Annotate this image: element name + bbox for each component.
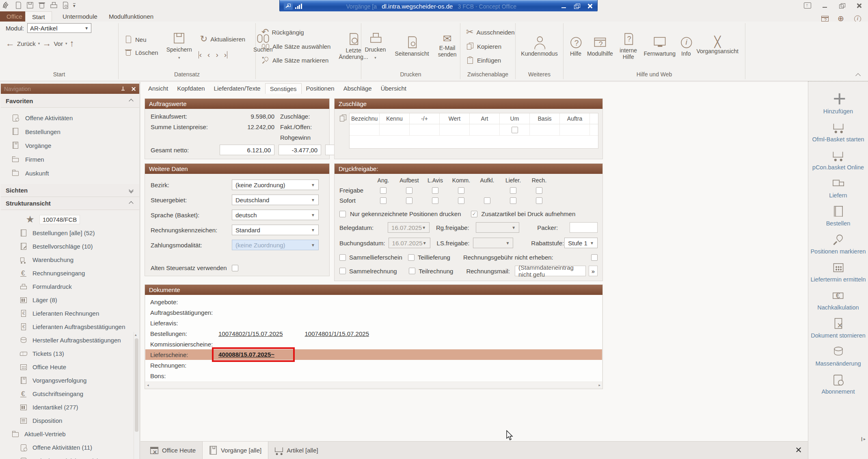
scroll-left-icon[interactable]: ◂ — [147, 383, 149, 387]
neu-button[interactable]: Neu — [123, 34, 160, 45]
rechnungskennzeichen-select[interactable]: Standard▼ — [232, 225, 319, 235]
drucken-button[interactable]: Drucken▾ — [362, 29, 388, 63]
freigabe-komm-checkbox[interactable] — [458, 187, 464, 194]
rueckgaengig-button[interactable]: ↶Rückgängig — [260, 26, 332, 38]
einfuegen-button[interactable]: Einfügen — [464, 55, 516, 65]
document-link[interactable]: 400088/15.07.2025~ — [218, 351, 274, 358]
section-favoriten[interactable]: Favoriten — [1, 95, 139, 108]
alle-saetze-auswaehlen-button[interactable]: Alle Sätze auswählen — [260, 41, 332, 52]
rechnungsmail-field[interactable]: (Stammdateneintrag nicht gefu — [515, 266, 586, 276]
sofort-lavis-checkbox[interactable] — [432, 197, 438, 204]
content-tab[interactable]: Kopfdaten — [173, 83, 209, 94]
close-panel-icon[interactable] — [131, 87, 136, 91]
column-header[interactable]: Auftra — [560, 113, 590, 124]
sammelrechnung-checkbox[interactable] — [339, 268, 346, 274]
ribbon-minimize-icon[interactable] — [855, 73, 861, 78]
sofort-komm-checkbox[interactable] — [458, 197, 464, 204]
email-senden-button[interactable]: ✉E-Mail senden — [436, 32, 459, 59]
customize-quick-access-icon[interactable]: ▾ — [73, 3, 76, 8]
bottom-tab[interactable]: Office Heute — [144, 442, 202, 459]
previous-record-icon[interactable]: ‹ — [207, 51, 210, 58]
sofort-ang-checkbox[interactable] — [380, 197, 386, 204]
action-button[interactable]: Liefern — [829, 180, 847, 199]
action-button[interactable]: Dokument stornieren — [811, 320, 866, 339]
sammellieferschein-checkbox[interactable] — [339, 254, 346, 261]
zusatzartikel-checkbox[interactable] — [471, 211, 477, 217]
freigabe-ang-checkbox[interactable] — [380, 187, 386, 194]
ribbon-collapse-icon[interactable] — [804, 2, 811, 9]
app-restore-button[interactable] — [839, 3, 845, 9]
column-header[interactable]: -/+ — [410, 113, 440, 124]
content-tab[interactable]: Lieferdaten/Texte — [209, 83, 265, 94]
tree-scrollbar[interactable]: ▴ ▾ — [134, 332, 139, 459]
dokumente-horizontal-scrollbar[interactable]: ◂ ▸ — [146, 382, 602, 388]
alter-steuersatz-checkbox[interactable] — [232, 265, 238, 271]
app-minimize-button[interactable] — [822, 3, 828, 9]
action-button[interactable]: Bestellen — [826, 208, 851, 227]
remote-close-button[interactable] — [587, 3, 593, 9]
sidebar-item[interactable]: Vorgänge — [1, 139, 139, 152]
first-record-icon[interactable]: ‹ — [199, 51, 202, 58]
tree-item[interactable]: Bestellungen [alle] (52) — [1, 226, 139, 240]
belegdatum-select[interactable]: 16.07.2025▼ — [388, 222, 430, 233]
vorgangsansicht-button[interactable]: ╳Vorgangsansicht — [694, 36, 741, 56]
rohgewinn-field[interactable]: -3.477,00 — [279, 145, 321, 155]
modul-select[interactable]: AR-Artikel ▼ — [27, 23, 91, 33]
sidebar-item[interactable]: Bestellungen — [1, 125, 139, 139]
tree-item[interactable]: Disposition — [1, 414, 139, 427]
action-button[interactable]: Nachkalkulation — [817, 292, 859, 311]
up-arrow-icon[interactable]: ↑ — [69, 39, 74, 48]
column-header[interactable]: Bezeichnu — [350, 113, 380, 124]
tree-item[interactable]: Vorgangsverfolgung — [1, 374, 139, 387]
action-button[interactable]: Liefertermin ermitteln — [810, 264, 866, 283]
document-link[interactable]: 10074802/1/15.07.2025 — [218, 330, 283, 337]
packer-field[interactable] — [570, 222, 598, 233]
chevron-down-icon[interactable]: ▾ — [38, 41, 40, 45]
sprache-basket-select[interactable]: deutsch▼ — [232, 210, 319, 220]
tree-item[interactable]: Lieferanten Rechnungen — [1, 307, 139, 320]
action-button[interactable]: Ofml-Basket starten — [812, 123, 864, 143]
new-document-icon[interactable] — [15, 2, 22, 9]
fernwartung-button[interactable]: Fernwartung — [641, 33, 678, 58]
tree-item[interactable]: Bestellvorschläge (10) — [1, 240, 139, 253]
tree-item[interactable]: Rechnungseingang — [1, 266, 139, 280]
tree-item[interactable]: Offene Aktivitäten (11) — [1, 441, 139, 454]
zahlungsmodalitaet-select[interactable]: (keine Zuordnung)▼ — [232, 240, 319, 250]
freigabe-aufbest-checkbox[interactable] — [406, 187, 412, 194]
column-header[interactable]: Wert — [440, 113, 470, 124]
tree-item[interactable]: Delegierte Aktivitäten (7) — [1, 454, 139, 459]
document-link[interactable]: 10074801/1/15.07.2025 — [305, 330, 369, 337]
rechnungsgebuehr-checkbox[interactable] — [591, 254, 598, 261]
forward-arrow-icon[interactable]: → — [42, 39, 51, 48]
table-corner-icon[interactable] — [339, 114, 347, 121]
action-button[interactable]: Abonnement — [821, 376, 855, 395]
scrollbar-thumb[interactable] — [135, 338, 138, 432]
hilfe-button[interactable]: Hilfe — [568, 33, 584, 58]
print-icon[interactable] — [50, 2, 58, 9]
remote-restore-button[interactable] — [574, 3, 580, 9]
content-tab[interactable]: Übersicht — [376, 83, 411, 94]
pin-connection-bar-icon[interactable] — [284, 2, 293, 10]
sofort-rech-checkbox[interactable] — [536, 197, 542, 204]
remote-minimize-button[interactable] — [561, 3, 567, 9]
column-header[interactable]: Art — [470, 113, 500, 124]
sofort-liefer-checkbox[interactable] — [510, 197, 516, 204]
tab-untermodule[interactable]: Untermodule — [56, 11, 104, 22]
section-strukturansicht[interactable]: Strukturansicht — [1, 197, 139, 210]
tree-item[interactable]: Identartikel (277) — [1, 401, 139, 414]
freigabe-rech-checkbox[interactable] — [536, 187, 542, 194]
content-tab[interactable]: Sonstiges — [265, 83, 302, 94]
action-button[interactable]: pCon.basket Online — [812, 152, 864, 171]
content-tab[interactable]: Ansicht — [144, 83, 173, 94]
column-header[interactable]: Basis — [530, 113, 560, 124]
delete-icon[interactable] — [38, 2, 46, 9]
action-button[interactable]: Hinzufügen — [823, 95, 853, 115]
sidebar-item[interactable]: Auskunft — [1, 166, 139, 180]
back-arrow-icon[interactable]: ← — [6, 39, 15, 48]
app-close-button[interactable] — [856, 3, 862, 9]
action-button[interactable]: Massenänderung — [815, 348, 861, 367]
modulhilfe-button[interactable]: Modulhilfe — [585, 33, 615, 58]
content-tab[interactable]: Positionen — [302, 83, 339, 94]
nur-gekennzeichnete-checkbox[interactable] — [339, 211, 346, 217]
panel-expand-icon[interactable]: ❙▸ — [860, 437, 866, 441]
